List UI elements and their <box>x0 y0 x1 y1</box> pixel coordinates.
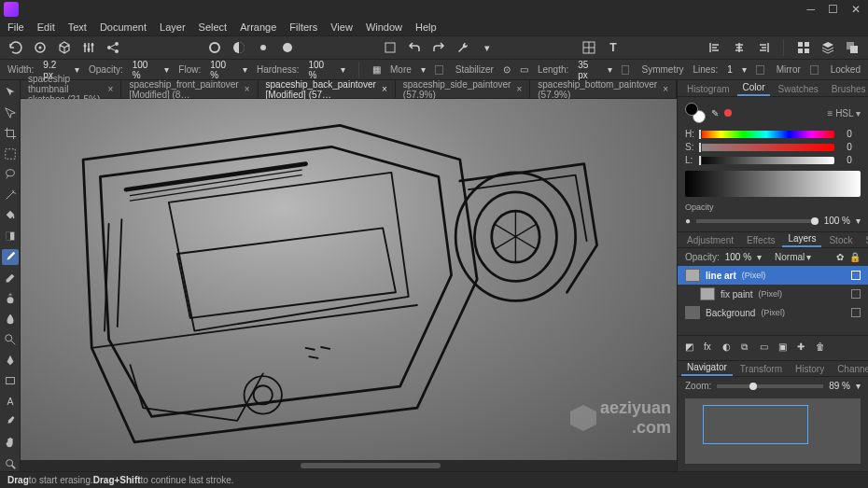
horizontal-scrollbar[interactable] <box>21 460 677 471</box>
opacity-slider[interactable] <box>696 219 819 223</box>
tab-brushes[interactable]: Brushes <box>826 82 868 96</box>
menu-edit[interactable]: Edit <box>37 21 55 33</box>
align-center-icon[interactable] <box>731 39 748 56</box>
document-tab[interactable]: spaceship thumbnail sketches (21.5%)× <box>21 80 121 98</box>
sliders-icon[interactable] <box>80 39 97 56</box>
pan-icon[interactable] <box>32 39 49 56</box>
layer-row[interactable]: fix paint (Pixel) <box>678 285 868 303</box>
gradient-strip[interactable] <box>685 171 861 197</box>
tab-styles[interactable]: Styles <box>860 233 868 247</box>
tab-adjustment[interactable]: Adjustment <box>681 233 739 247</box>
visibility-checkbox[interactable] <box>851 308 861 317</box>
group-icon[interactable]: ▭ <box>760 342 773 355</box>
document-tab[interactable]: spaceship_front_paintover [Modified] (8…… <box>121 80 258 98</box>
dropper-tool[interactable] <box>2 414 19 430</box>
menu-layer[interactable]: Layer <box>160 21 186 33</box>
fx-icon[interactable]: fx <box>704 342 717 355</box>
dot-icon-1[interactable] <box>255 39 272 56</box>
rotate-left-icon[interactable] <box>406 39 423 56</box>
lock-icon[interactable]: 🔒 <box>849 252 861 262</box>
close-tab-icon[interactable]: × <box>245 84 250 94</box>
tab-layers[interactable]: Layers <box>782 231 821 247</box>
sat-slider[interactable] <box>698 144 834 151</box>
menu-help[interactable]: Help <box>415 21 437 33</box>
flow-value[interactable]: 100 % <box>210 60 233 80</box>
text-icon[interactable]: T <box>605 39 622 56</box>
node-tool[interactable] <box>2 105 19 120</box>
symmetry-checkbox[interactable] <box>622 65 630 75</box>
grid-small-icon[interactable]: ▦ <box>372 64 381 75</box>
selection-tool[interactable] <box>2 146 19 161</box>
chevron-down-icon[interactable]: ▾ <box>479 39 496 56</box>
zoom-value[interactable]: 89 % <box>829 381 850 391</box>
document-tab[interactable]: spaceship_back_paintover [Modified] (57…… <box>259 80 396 98</box>
close-tab-icon[interactable]: × <box>663 84 668 94</box>
flood-tool[interactable] <box>2 208 19 224</box>
more-label[interactable]: More <box>390 64 412 75</box>
document-tab[interactable]: spaceship_side_paintover (57.9%)× <box>396 80 530 98</box>
lum-value[interactable]: 0 <box>838 155 861 165</box>
minimize-icon[interactable]: ─ <box>806 3 815 16</box>
dodge-tool[interactable] <box>2 331 19 347</box>
visibility-checkbox[interactable] <box>851 289 861 299</box>
dot-icon-2[interactable] <box>279 39 296 56</box>
clone-tool[interactable] <box>2 290 19 306</box>
smudge-tool[interactable] <box>2 311 19 327</box>
overlay-icon[interactable] <box>844 39 861 56</box>
tab-color[interactable]: Color <box>737 80 771 96</box>
gear-icon[interactable]: ✿ <box>836 252 844 262</box>
color-opacity-value[interactable]: 100 % <box>824 216 850 226</box>
visibility-checkbox[interactable] <box>851 271 861 280</box>
sat-value[interactable]: 0 <box>838 142 861 152</box>
chevron-down-icon[interactable]: ▾ <box>757 252 762 262</box>
add-pixel-icon[interactable]: ✚ <box>797 342 810 355</box>
window-icon[interactable]: ▭ <box>520 64 528 75</box>
stabilizer-checkbox[interactable] <box>435 65 443 75</box>
chevron-down-icon[interactable]: ▾ <box>806 252 811 262</box>
live-filter-icon[interactable]: ⧉ <box>741 342 754 355</box>
menu-window[interactable]: Window <box>366 21 402 33</box>
rect-tool[interactable] <box>2 373 19 389</box>
eraser-tool[interactable] <box>2 270 19 286</box>
menu-file[interactable]: File <box>7 21 24 33</box>
color-mode[interactable]: HSL <box>835 108 853 119</box>
menu-select[interactable]: Select <box>199 21 228 33</box>
lum-slider[interactable] <box>698 157 834 164</box>
layer-row[interactable]: Background (Pixel) <box>678 303 868 322</box>
refresh-icon[interactable] <box>7 39 24 56</box>
menu-arrange[interactable]: Arrange <box>240 21 276 33</box>
tab-swatches[interactable]: Swatches <box>772 82 823 96</box>
dropper-icon[interactable]: ✎ <box>711 108 719 119</box>
layer-row[interactable]: line art (Pixel) <box>678 266 868 285</box>
align-left-icon[interactable] <box>707 39 723 56</box>
blend-mode[interactable]: Normal <box>775 252 805 262</box>
locked-checkbox[interactable] <box>810 65 819 75</box>
close-tab-icon[interactable]: × <box>516 84 522 94</box>
chevron-down-icon[interactable]: ▾ <box>243 64 247 75</box>
add-layer-icon[interactable]: ▣ <box>778 342 791 355</box>
chevron-down-icon[interactable]: ▾ <box>742 64 747 75</box>
brush-tool[interactable] <box>2 249 19 265</box>
menu-view[interactable]: View <box>330 21 353 33</box>
hand-tool[interactable] <box>2 435 19 451</box>
wand-tool[interactable] <box>2 188 19 203</box>
length-value[interactable]: 35 px <box>578 60 597 80</box>
opacity-value[interactable]: 100 % <box>133 60 156 80</box>
rotate-right-icon[interactable] <box>430 39 447 56</box>
fg-bg-swatch[interactable] <box>685 103 706 123</box>
close-icon[interactable]: ✕ <box>851 3 861 16</box>
chevron-down-icon[interactable]: ▾ <box>164 64 169 75</box>
cube-icon[interactable] <box>56 39 73 56</box>
lines-value[interactable]: 1 <box>727 64 733 75</box>
maximize-icon[interactable]: ☐ <box>828 3 838 16</box>
tab-history[interactable]: History <box>790 362 830 376</box>
layers-stack-icon[interactable] <box>819 39 836 56</box>
chevron-down-icon[interactable]: ▾ <box>341 64 345 75</box>
move-tool[interactable] <box>2 84 19 100</box>
menu-text[interactable]: Text <box>68 21 87 33</box>
menu-document[interactable]: Document <box>100 21 147 33</box>
text-tool[interactable]: A <box>2 394 19 410</box>
menu-filters[interactable]: Filters <box>289 21 317 33</box>
mask-icon[interactable]: ◩ <box>685 342 698 355</box>
lasso-tool[interactable] <box>2 166 19 182</box>
